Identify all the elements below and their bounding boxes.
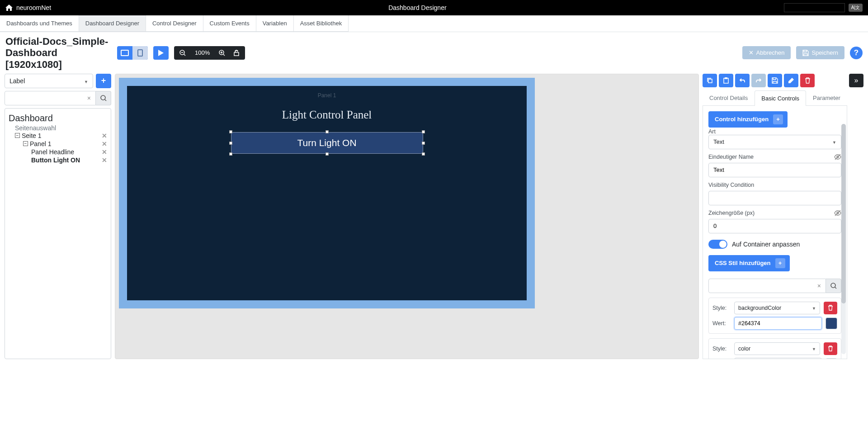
tab-control-details[interactable]: Control Details [703,90,755,105]
chevron-down-icon [812,305,816,311]
canvas-area[interactable]: Panel 1 Light Control Panel Turn Light O… [115,74,699,359]
style-property-select[interactable]: backgroundColor [734,302,820,314]
zoom-out-button[interactable] [176,47,189,59]
properties-panel: Control Details Basic Controls Parameter… [703,74,847,359]
tree-toggle-icon[interactable]: − [15,133,20,138]
props-scroll-thumb[interactable] [841,124,846,303]
art-select[interactable]: Text [708,135,841,149]
tree-delete-icon[interactable]: ✕ [102,156,107,164]
tab-parameter[interactable]: Parameter [806,90,847,105]
tree-delete-icon[interactable]: ✕ [102,148,107,156]
delete-style-button[interactable] [824,342,837,355]
clear-css-search-icon[interactable]: × [816,282,823,289]
resize-handle-tr[interactable] [422,130,425,133]
resize-handle-tm[interactable] [326,130,329,133]
dashboard-title: Official-Docs_Simple-Dashboard [1920x108… [5,36,112,70]
close-icon: ✕ [749,49,754,56]
clear-search-icon[interactable]: × [85,95,93,102]
resize-handle-br[interactable] [422,152,425,156]
css-search-button[interactable] [826,279,841,293]
tab-asset-bibliothek[interactable]: Asset Bibliothek [294,15,349,32]
style-label: Style: [712,305,731,311]
element-type-select[interactable]: Label [5,74,93,88]
color-swatch[interactable] [826,358,837,359]
tree-root-label[interactable]: Dashboard [9,113,107,123]
css-search-wrap: × [708,279,826,293]
save-element-button[interactable] [768,74,782,87]
light-on-button[interactable]: Turn Light ON [231,132,423,154]
resize-handle-tl[interactable] [229,130,232,133]
tree-toggle-icon[interactable]: − [23,141,28,146]
style-property-select[interactable]: color [734,342,820,355]
size-input[interactable] [708,219,841,233]
add-control-button[interactable]: Control hinzufügen + [708,111,788,128]
save-button[interactable]: Speichern [796,46,844,59]
tree-item[interactable]: −Panel 1✕ [9,140,107,148]
tab-variablen[interactable]: Variablen [256,15,294,32]
resize-handle-mr[interactable] [422,142,425,145]
zoom-in-button[interactable] [215,47,229,59]
edit-button[interactable] [784,74,798,87]
canvas-page[interactable]: Panel 1 Light Control Panel Turn Light O… [119,78,535,308]
size-label: Zeichengröße (px) [708,210,755,216]
properties-scroll[interactable]: Control hinzufügen + Art Text Eindeutige… [703,106,847,359]
visibility-off-icon[interactable] [834,154,841,160]
tab-dashboards-themes[interactable]: Dashboards und Themes [0,15,79,32]
style-value-input[interactable] [734,317,822,330]
delete-button[interactable] [800,74,815,87]
zoom-lock-button[interactable] [230,47,243,59]
name-input[interactable] [708,163,841,177]
color-swatch[interactable] [826,318,837,329]
style-value-input[interactable] [734,358,822,359]
css-search-input[interactable] [712,282,816,289]
resize-handle-bm[interactable] [326,152,329,156]
tree-item[interactable]: Panel Headline✕ [9,148,107,156]
add-element-button[interactable]: + [96,74,111,88]
add-css-button[interactable]: CSS Stil hinzufügen + [708,255,790,271]
visibility-label: Visibility Condition [708,182,754,188]
tab-basic-controls[interactable]: Basic Controls [755,90,806,106]
page-title: Dashboard Designer [51,4,784,11]
tree-item[interactable]: Button Light ON✕ [9,156,107,164]
tree-delete-icon[interactable]: ✕ [102,132,107,139]
visibility-input[interactable] [708,191,841,205]
svg-point-10 [831,283,835,288]
panel-headline[interactable]: Light Control Panel [127,109,527,121]
collapse-panel-button[interactable]: » [849,74,863,87]
tree-search-button[interactable] [96,91,111,105]
tree-search-input[interactable] [8,95,85,101]
visibility-off-icon[interactable] [834,210,841,216]
help-button[interactable]: ? [850,47,863,59]
preview-play-button[interactable] [153,46,169,60]
css-style-block: Style:colorWert: [708,338,841,359]
element-tree: Dashboard Seitenauswahl −Seite 1✕−Panel … [5,108,111,359]
orientation-landscape-button[interactable] [117,46,132,60]
tree-delete-icon[interactable]: ✕ [102,140,107,147]
redo-button[interactable] [751,74,766,87]
tab-dashboard-designer[interactable]: Dashboard Designer [79,15,146,32]
canvas-panel[interactable]: Panel 1 Light Control Panel Turn Light O… [127,86,527,300]
orientation-portrait-button[interactable] [132,46,148,60]
selected-element[interactable]: Turn Light ON [231,132,423,154]
add-control-label: Control hinzufügen [715,116,769,123]
css-style-block: Style:backgroundColorWert: [708,298,841,334]
resize-handle-bl[interactable] [229,152,232,156]
copy-button[interactable] [703,74,717,87]
tab-control-designer[interactable]: Control Designer [146,15,203,32]
tree-item-label: Panel 1 [30,140,51,147]
paste-button[interactable] [719,74,733,87]
chevron-down-icon [84,77,88,85]
fit-container-toggle[interactable] [708,240,727,249]
props-scrollbar[interactable] [841,124,846,354]
tree-item[interactable]: −Seite 1✕ [9,132,107,140]
keyboard-layout-button[interactable]: A|文 [849,4,863,12]
toolbar-row: Official-Docs_Simple-Dashboard [1920x108… [0,32,868,74]
tab-custom-events[interactable]: Custom Events [203,15,256,32]
resize-handle-ml[interactable] [229,142,232,145]
cancel-button[interactable]: ✕ Abbrechen [742,46,791,59]
tree-sub-label[interactable]: Seitenauswahl [9,124,107,132]
home-icon[interactable] [5,5,13,11]
undo-button[interactable] [735,74,750,87]
chevron-down-icon [832,138,836,145]
delete-style-button[interactable] [824,302,837,314]
